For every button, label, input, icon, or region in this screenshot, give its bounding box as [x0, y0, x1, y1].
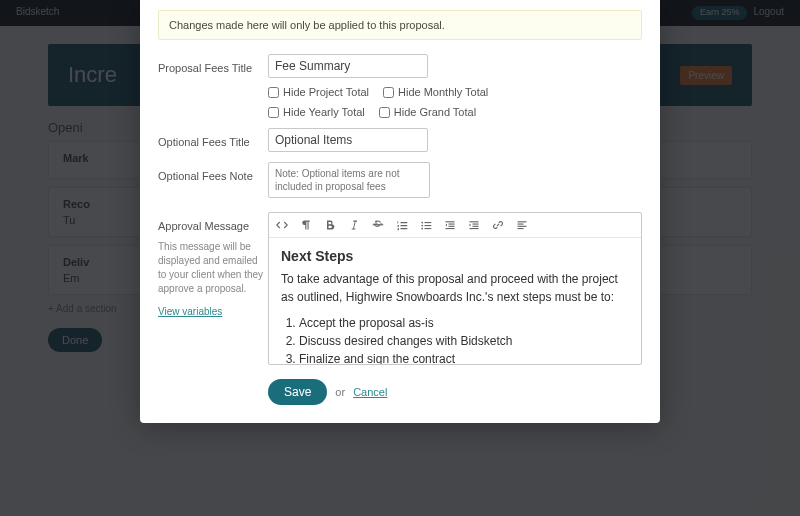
ordered-list-icon[interactable] — [395, 218, 409, 232]
align-icon[interactable] — [515, 218, 529, 232]
outdent-icon[interactable] — [443, 218, 457, 232]
hide-grand-total-checkbox[interactable]: Hide Grand Total — [379, 106, 476, 118]
view-variables-link[interactable]: View variables — [158, 306, 222, 317]
or-text: or — [335, 386, 345, 398]
fees-title-input[interactable] — [268, 54, 428, 78]
hide-project-total-checkbox[interactable]: Hide Project Total — [268, 86, 369, 98]
modal-actions: Save or Cancel — [268, 379, 642, 405]
content-heading: Next Steps — [281, 248, 629, 264]
svg-rect-18 — [518, 228, 524, 229]
svg-rect-5 — [425, 225, 432, 226]
code-icon[interactable] — [275, 218, 289, 232]
svg-rect-8 — [449, 224, 455, 225]
svg-rect-12 — [473, 224, 479, 225]
italic-icon[interactable] — [347, 218, 361, 232]
optional-note-label: Optional Fees Note — [158, 170, 253, 182]
svg-point-1 — [421, 222, 423, 224]
content-paragraph: To take advantage of this proposal and p… — [281, 270, 629, 306]
approval-message-editor: Next Steps To take advantage of this pro… — [268, 212, 642, 365]
settings-modal: Changes made here will only be applied t… — [140, 0, 660, 423]
optional-title-input[interactable] — [268, 128, 428, 152]
editor-content[interactable]: Next Steps To take advantage of this pro… — [269, 238, 641, 364]
svg-rect-13 — [473, 226, 479, 227]
list-item: Accept the proposal as-is — [299, 314, 629, 332]
bold-icon[interactable] — [323, 218, 337, 232]
svg-rect-10 — [446, 228, 455, 229]
hide-yearly-total-checkbox[interactable]: Hide Yearly Total — [268, 106, 365, 118]
list-item: Discuss desired changes with Bidsketch — [299, 332, 629, 350]
svg-rect-6 — [425, 228, 432, 229]
editor-toolbar — [269, 213, 641, 238]
svg-rect-15 — [518, 221, 527, 222]
scope-notice: Changes made here will only be applied t… — [158, 10, 642, 40]
hide-monthly-total-checkbox[interactable]: Hide Monthly Total — [383, 86, 488, 98]
optional-title-label: Optional Fees Title — [158, 136, 250, 148]
svg-rect-0 — [373, 224, 384, 225]
svg-rect-9 — [449, 226, 455, 227]
indent-icon[interactable] — [467, 218, 481, 232]
svg-rect-14 — [470, 228, 479, 229]
content-list: Accept the proposal as-is Discuss desire… — [281, 314, 629, 364]
paragraph-icon[interactable] — [299, 218, 313, 232]
save-button[interactable]: Save — [268, 379, 327, 405]
strikethrough-icon[interactable] — [371, 218, 385, 232]
svg-rect-16 — [518, 224, 524, 225]
list-item: Finalize and sign the contract — [299, 350, 629, 364]
cancel-link[interactable]: Cancel — [353, 386, 387, 398]
svg-rect-11 — [470, 221, 479, 222]
approval-message-label: Approval Message — [158, 220, 249, 232]
svg-rect-17 — [518, 226, 527, 227]
svg-rect-7 — [446, 221, 455, 222]
svg-point-2 — [421, 225, 423, 227]
optional-note-input[interactable]: Note: Optional items are not included in… — [268, 162, 430, 198]
link-icon[interactable] — [491, 218, 505, 232]
svg-rect-4 — [425, 222, 432, 223]
approval-helper-text: This message will be displayed and email… — [158, 240, 268, 296]
svg-point-3 — [421, 228, 423, 230]
unordered-list-icon[interactable] — [419, 218, 433, 232]
fees-title-label: Proposal Fees Title — [158, 62, 252, 74]
